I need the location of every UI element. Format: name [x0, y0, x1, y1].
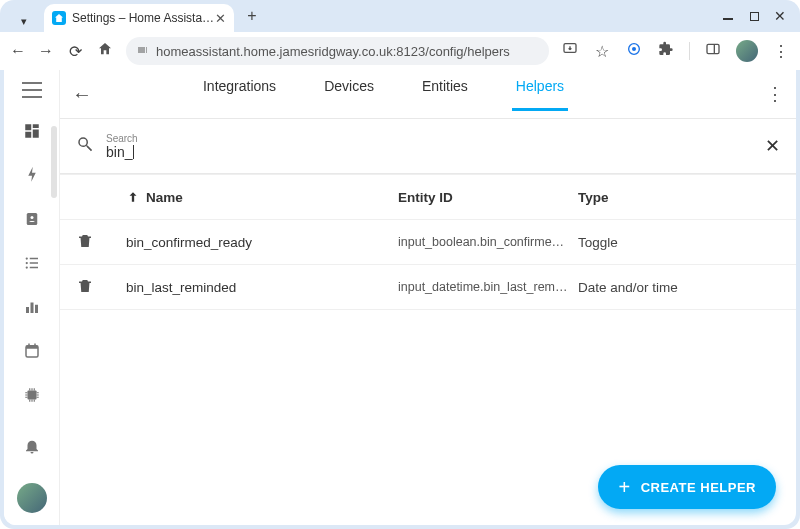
close-tab-icon[interactable]: ✕	[215, 11, 226, 26]
svg-point-11	[25, 266, 27, 268]
clear-search-button[interactable]: ✕	[765, 135, 780, 157]
calendar-icon[interactable]	[17, 336, 47, 366]
column-entity-id-header[interactable]: Entity ID	[398, 190, 578, 205]
search-label: Search	[106, 133, 765, 144]
tablist-dropdown-button[interactable]: ▾	[8, 10, 40, 32]
column-type-header[interactable]: Type	[578, 190, 780, 205]
svg-rect-8	[29, 258, 37, 260]
settings-tabbar: ← Integrations Devices Entities Helpers …	[60, 70, 796, 119]
list-icon[interactable]	[17, 248, 47, 278]
search-input[interactable]: Search bin_	[106, 133, 765, 160]
overflow-menu-button[interactable]: ⋮	[766, 83, 784, 105]
bookmark-star-icon[interactable]: ☆	[593, 42, 611, 61]
svg-rect-20	[27, 391, 36, 400]
install-app-icon[interactable]	[561, 41, 579, 61]
svg-point-2	[632, 47, 636, 51]
url-bar[interactable]: homeassistant.home.jamesridgway.co.uk:81…	[126, 37, 549, 65]
svg-rect-13	[26, 307, 29, 313]
sidebar-rail	[4, 70, 60, 525]
create-helper-label: CREATE HELPER	[641, 480, 756, 495]
toolbar-divider	[689, 42, 690, 60]
row-type: Toggle	[578, 235, 780, 250]
svg-point-9	[25, 262, 27, 264]
svg-rect-3	[707, 44, 719, 53]
sidepanel-icon[interactable]	[704, 41, 722, 61]
chrome-menu-button[interactable]: ⋮	[772, 42, 790, 61]
back-button[interactable]: ←	[72, 83, 100, 106]
energy-icon[interactable]	[17, 160, 47, 190]
home-assistant-icon	[52, 11, 66, 25]
hamburger-menu-button[interactable]	[22, 82, 42, 98]
table-row[interactable]: bin_last_reminded input_datetime.bin_las…	[60, 264, 796, 310]
tab-entities[interactable]: Entities	[418, 78, 472, 111]
profile-avatar-icon[interactable]	[736, 40, 758, 62]
svg-point-7	[25, 257, 27, 259]
svg-rect-14	[30, 303, 33, 314]
hardware-icon[interactable]	[17, 380, 47, 410]
search-row: Search bin_ ✕	[60, 119, 796, 174]
person-badge-icon[interactable]	[17, 204, 47, 234]
row-type: Date and/or time	[578, 280, 780, 295]
window-controls: ✕	[722, 10, 800, 22]
svg-rect-10	[29, 262, 37, 264]
svg-rect-19	[34, 344, 36, 347]
browser-tab-title: Settings – Home Assista…	[72, 11, 214, 25]
trash-icon	[76, 232, 126, 253]
window-close-button[interactable]: ✕	[774, 10, 786, 22]
plus-icon: +	[618, 476, 630, 499]
table-header-row: Name Entity ID Type	[60, 174, 796, 219]
url-text: homeassistant.home.jamesridgway.co.uk:81…	[156, 44, 510, 59]
svg-point-6	[30, 216, 33, 219]
user-avatar-icon[interactable]	[17, 483, 47, 513]
nav-forward-button[interactable]: →	[38, 42, 54, 60]
window-maximize-button[interactable]	[748, 10, 760, 22]
svg-rect-18	[28, 344, 30, 347]
column-name-header[interactable]: Name	[126, 190, 398, 205]
search-value: bin_	[106, 144, 765, 160]
row-name: bin_last_reminded	[126, 280, 398, 295]
notifications-bell-icon[interactable]	[17, 431, 47, 461]
tab-helpers[interactable]: Helpers	[512, 78, 568, 111]
row-name: bin_confirmed_ready	[126, 235, 398, 250]
search-icon	[76, 135, 98, 157]
tab-integrations[interactable]: Integrations	[199, 78, 280, 111]
rail-scrollbar[interactable]	[51, 126, 57, 198]
bar-chart-icon[interactable]	[17, 292, 47, 322]
nav-back-button[interactable]: ←	[10, 42, 26, 60]
shield-icon[interactable]	[625, 41, 643, 61]
dashboard-icon[interactable]	[17, 116, 47, 146]
table-row[interactable]: bin_confirmed_ready input_boolean.bin_co…	[60, 219, 796, 264]
browser-tabstrip: ▾ Settings – Home Assista… ✕ + ✕	[0, 0, 800, 32]
browser-toolbar: ← → ⟳ homeassistant.home.jamesridgway.co…	[0, 32, 800, 70]
svg-rect-17	[26, 346, 38, 349]
trash-icon	[76, 277, 126, 298]
row-entity-id: input_boolean.bin_confirmed_re…	[398, 235, 578, 249]
browser-tab-active[interactable]: Settings – Home Assista… ✕	[44, 4, 234, 32]
svg-rect-12	[29, 267, 37, 269]
site-controls-icon[interactable]	[136, 44, 148, 58]
extensions-icon[interactable]	[657, 41, 675, 61]
create-helper-button[interactable]: + CREATE HELPER	[598, 465, 776, 509]
row-entity-id: input_datetime.bin_last_reminded	[398, 280, 578, 294]
new-tab-button[interactable]: +	[240, 4, 264, 28]
svg-rect-15	[35, 305, 38, 313]
reload-button[interactable]: ⟳	[66, 42, 84, 61]
tab-devices[interactable]: Devices	[320, 78, 378, 111]
home-button[interactable]	[96, 41, 114, 61]
window-minimize-button[interactable]	[722, 10, 734, 22]
sort-asc-icon	[126, 190, 140, 204]
